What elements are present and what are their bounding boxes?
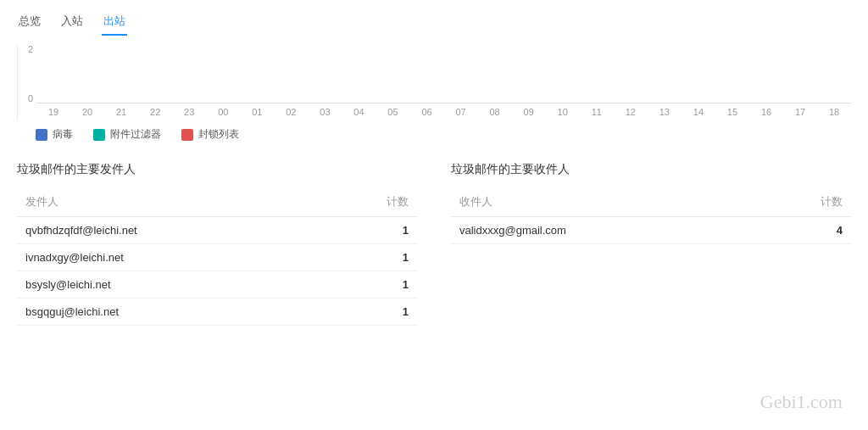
x-label: 20	[70, 107, 104, 117]
chart-x-axis: 1920212223000102030405060708091011121314…	[36, 103, 851, 120]
x-label: 13	[648, 107, 682, 117]
y-label-top: 2	[28, 44, 33, 54]
x-label: 14	[682, 107, 715, 117]
recipients-section: 垃圾邮件的主要收件人 收件人 计数 validxxxg@gmail.com 4	[451, 162, 851, 326]
sender-email: qvbfhdzqfdf@leichi.net	[17, 217, 324, 244]
senders-table: 发件人 计数 qvbfhdzqfdf@leichi.net 1 ivnadxgy…	[17, 187, 417, 326]
y-label-bottom: 0	[28, 93, 33, 103]
sender-email: ivnadxgy@leichi.net	[17, 244, 324, 271]
legend-item: 附件过滤器	[93, 127, 161, 142]
x-label: 19	[36, 107, 70, 117]
x-label: 11	[580, 107, 614, 117]
senders-title: 垃圾邮件的主要发件人	[17, 162, 417, 177]
recipient-email: validxxxg@gmail.com	[451, 217, 755, 244]
x-label: 18	[817, 107, 851, 117]
sender-email: bsysly@leichi.net	[17, 271, 324, 299]
x-label: 09	[512, 107, 546, 117]
recipient-count: 4	[755, 217, 851, 244]
x-label: 21	[104, 107, 138, 117]
x-label: 02	[274, 107, 308, 117]
x-label: 23	[172, 107, 206, 117]
x-label: 03	[308, 107, 342, 117]
x-label: 00	[206, 107, 240, 117]
legend-item: 病毒	[36, 127, 73, 142]
senders-section: 垃圾邮件的主要发件人 发件人 计数 qvbfhdzqfdf@leichi.net…	[17, 162, 417, 326]
tabs-nav: 总览 入站 出站	[17, 8, 851, 36]
sender-count: 1	[324, 299, 417, 326]
x-label: 17	[783, 107, 817, 117]
recipients-table: 收件人 计数 validxxxg@gmail.com 4	[451, 187, 851, 244]
tables-section: 垃圾邮件的主要发件人 发件人 计数 qvbfhdzqfdf@leichi.net…	[17, 162, 851, 326]
x-label: 07	[444, 107, 478, 117]
table-row: bsgqguj@leichi.net 1	[17, 299, 417, 326]
table-row: ivnadxgy@leichi.net 1	[17, 244, 417, 271]
senders-col-sender: 发件人	[17, 187, 324, 217]
table-row: bsysly@leichi.net 1	[17, 271, 417, 299]
recipients-title: 垃圾邮件的主要收件人	[451, 162, 851, 177]
x-label: 06	[410, 107, 444, 117]
legend-color-box	[36, 129, 47, 141]
legend-label: 病毒	[53, 127, 73, 142]
x-label: 12	[614, 107, 648, 117]
x-label: 04	[342, 107, 376, 117]
sender-count: 1	[324, 217, 417, 244]
tab-overview[interactable]: 总览	[17, 8, 42, 36]
sender-email: bsgqguj@leichi.net	[17, 299, 324, 326]
tab-outbound[interactable]: 出站	[102, 8, 127, 36]
legend-label: 附件过滤器	[110, 127, 161, 142]
table-row: qvbfhdzqfdf@leichi.net 1	[17, 217, 417, 244]
recipients-col-recipient: 收件人	[451, 187, 755, 217]
x-label: 16	[749, 107, 783, 117]
x-label: 15	[715, 107, 749, 117]
table-row: validxxxg@gmail.com 4	[451, 217, 851, 244]
x-label: 10	[546, 107, 580, 117]
legend-color-box	[181, 129, 193, 141]
x-label: 08	[478, 107, 512, 117]
x-label: 05	[376, 107, 409, 117]
x-label: 01	[240, 107, 274, 117]
chart-container: 2 0 192021222300010203040506070809101112…	[17, 44, 851, 120]
chart-plot	[36, 44, 851, 103]
senders-col-count: 计数	[324, 187, 417, 217]
legend-item: 封锁列表	[181, 127, 239, 142]
legend-label: 封锁列表	[198, 127, 239, 142]
chart-legend: 病毒附件过滤器封锁列表	[36, 127, 851, 142]
tab-inbound[interactable]: 入站	[59, 8, 85, 36]
x-label: 22	[138, 107, 172, 117]
chart-y-axis: 2 0	[18, 44, 35, 103]
sender-count: 1	[324, 244, 417, 271]
legend-color-box	[93, 129, 105, 141]
sender-count: 1	[324, 271, 417, 299]
recipients-col-count: 计数	[755, 187, 851, 217]
